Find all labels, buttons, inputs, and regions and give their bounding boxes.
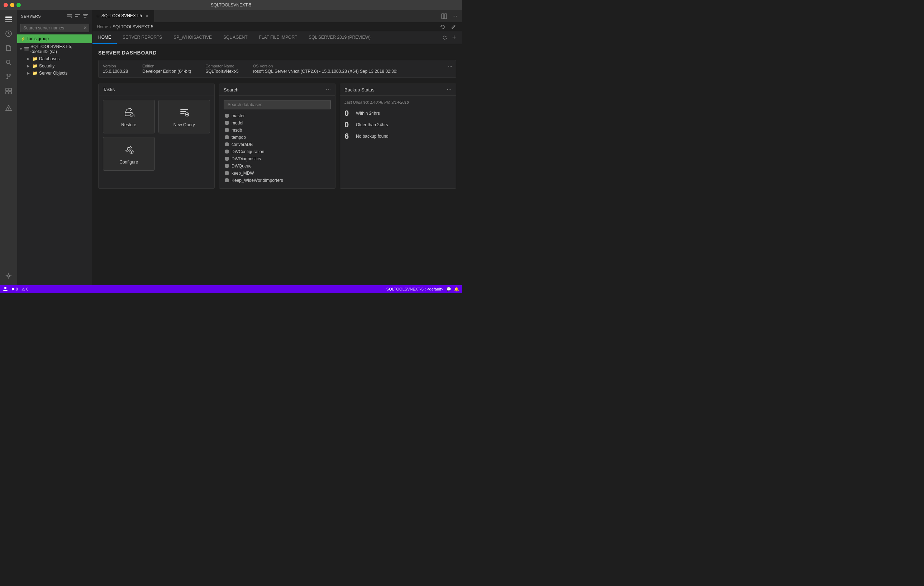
backup-panel-title: Backup Status [345, 87, 375, 93]
search-server-input[interactable] [20, 24, 89, 32]
tab-server-reports[interactable]: SERVER REPORTS [117, 31, 168, 44]
database-list-item[interactable]: msdb [224, 127, 331, 134]
svg-point-6 [7, 74, 8, 76]
split-editor-button[interactable] [440, 12, 449, 20]
configure-icon [123, 143, 134, 157]
db-cylinder-icon [224, 142, 229, 147]
more-actions-button[interactable]: ⋯ [450, 12, 459, 20]
edition-field: Edition Developer Edition (64-bit) [142, 64, 191, 74]
status-notification-icon[interactable]: 🔔 [454, 287, 459, 291]
svg-point-7 [9, 74, 11, 76]
add-server-button[interactable] [74, 13, 81, 19]
tools-group[interactable]: ⚡ Tools group [17, 35, 92, 43]
restore-icon [123, 106, 134, 119]
server-item[interactable]: ▼ SQLTOOLSVNEXT-5, <default> (sa) [17, 43, 92, 55]
new-connection-button[interactable]: + [66, 13, 73, 19]
search-panel-menu[interactable]: ⋯ [326, 87, 331, 93]
database-list-item[interactable]: model [224, 119, 331, 127]
add-content-tab-button[interactable]: + [449, 33, 459, 43]
database-list-item[interactable]: Keep_WideWorldImporters [224, 177, 331, 184]
db-cylinder-icon [224, 127, 229, 133]
tab-sql-server-preview[interactable]: SQL SERVER 2019 (PREVIEW) [303, 31, 376, 44]
version-field: Version 15.0.1000.28 [103, 64, 128, 74]
tools-group-label: Tools group [26, 36, 49, 41]
svg-point-69 [225, 181, 229, 182]
breadcrumb-separator: › [110, 25, 111, 30]
collapse-sections-button[interactable] [441, 33, 449, 42]
new-query-task-card[interactable]: New Query [158, 100, 210, 133]
restore-label: Restore [121, 122, 136, 127]
tab-bar: □ SQLTOOLSVNEXT-5 ✕ ⋯ [92, 10, 462, 23]
databases-item[interactable]: ▶ 📁 Databases [17, 55, 92, 62]
sidebar-item-search[interactable] [2, 56, 15, 69]
tools-group-arrow: ⚡ [21, 37, 25, 41]
sidebar-item-git[interactable] [2, 70, 15, 83]
database-list-item[interactable]: coriveraDB [224, 141, 331, 148]
breadcrumb-home[interactable]: Home [97, 25, 108, 30]
tab-sp-whoisactive[interactable]: SP_WHOISACTIVE [168, 31, 218, 44]
svg-point-4 [7, 60, 10, 64]
svg-rect-21 [83, 14, 88, 15]
warning-count[interactable]: ⚠ 0 [21, 287, 28, 291]
sidebar-item-extensions[interactable] [2, 84, 15, 98]
db-cylinder-icon [224, 171, 229, 176]
settings-icon[interactable] [2, 271, 15, 284]
db-cylinder-icon [224, 121, 229, 126]
window-title: SQLTOOLSVNEXT-5 [211, 3, 252, 8]
database-list-item[interactable]: DWConfiguration [224, 148, 331, 155]
tab-sql-agent[interactable]: SQL AGENT [218, 31, 253, 44]
database-list-item[interactable]: master [224, 112, 331, 119]
error-count[interactable]: ✖ 0 [12, 287, 18, 291]
tab-flat-file-import[interactable]: FLAT FILE IMPORT [253, 31, 303, 44]
maximize-button[interactable] [16, 3, 21, 7]
server-icon [24, 46, 29, 52]
database-list-item[interactable]: keep_MDW [224, 170, 331, 177]
sidebar-item-history[interactable] [2, 27, 15, 40]
server-info-menu[interactable]: ⋯ [448, 64, 452, 69]
sidebar-item-alerts[interactable] [2, 102, 15, 115]
server-info: Version 15.0.1000.28 Edition Developer E… [98, 60, 456, 78]
search-databases-input[interactable] [224, 100, 331, 109]
db-cylinder-icon [224, 178, 229, 183]
search-clear-icon[interactable]: ✕ [84, 25, 87, 30]
tab-home[interactable]: HOME [92, 31, 117, 44]
tab-sqltoolsvnext5[interactable]: □ SQLTOOLSVNEXT-5 ✕ [92, 10, 154, 22]
databases-folder-icon: 📁 [32, 56, 38, 61]
edit-button[interactable] [449, 23, 458, 31]
tasks-panel: Tasks [98, 84, 215, 189]
search-panel-content: master model msdb tempdb [219, 96, 335, 188]
status-message-icon[interactable]: 💬 [446, 287, 451, 291]
database-list-item[interactable]: DWDiagnostics [224, 155, 331, 162]
svg-point-15 [8, 275, 10, 277]
sidebar-title: SERVERS [21, 14, 41, 18]
os-field: OS Version rosoft SQL Server vNext (CTP2… [253, 64, 452, 74]
panels-grid: Tasks [98, 84, 456, 189]
security-folder-icon: 📁 [32, 63, 38, 68]
db-name: DWDiagnostics [231, 156, 261, 161]
svg-point-57 [225, 152, 229, 154]
svg-rect-2 [5, 21, 12, 22]
configure-task-card[interactable]: Configure [103, 137, 155, 171]
sidebar-item-servers[interactable] [2, 13, 15, 26]
database-list-item[interactable]: DWQueue [224, 162, 331, 170]
status-user-icon [3, 286, 8, 292]
search-panel-title: Search [224, 87, 238, 93]
warning-icon: ⚠ [21, 287, 25, 291]
backup-stat-item: 6 No backup found [345, 132, 452, 141]
restore-task-card[interactable]: Restore [103, 100, 155, 133]
server-label: SQLTOOLSVNEXT-5, <default> (sa) [30, 44, 89, 54]
refresh-button[interactable] [438, 23, 447, 31]
close-button[interactable] [3, 3, 8, 7]
sidebar-item-files[interactable] [2, 41, 15, 55]
backup-panel-menu[interactable]: ⋯ [447, 87, 452, 93]
breadcrumb-server[interactable]: SQLTOOLSVNEXT-5 [112, 25, 153, 30]
collapse-all-button[interactable] [82, 13, 89, 19]
security-item[interactable]: ▶ 📁 Security [17, 62, 92, 70]
warning-count-value: 0 [26, 287, 28, 291]
database-list-item[interactable]: tempdb [224, 134, 331, 141]
svg-text:+: + [71, 16, 73, 19]
svg-point-8 [7, 78, 8, 79]
minimize-button[interactable] [10, 3, 14, 7]
server-objects-item[interactable]: ▶ 📁 Server Objects [17, 70, 92, 77]
tab-close-button[interactable]: ✕ [144, 13, 150, 19]
